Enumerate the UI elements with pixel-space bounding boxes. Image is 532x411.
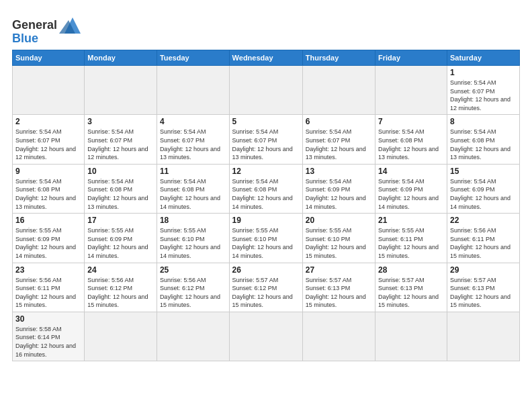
calendar-cell (229, 66, 302, 115)
calendar-cell (229, 312, 302, 361)
calendar-cell: 13Sunrise: 5:54 AM Sunset: 6:09 PM Dayli… (302, 164, 375, 213)
calendar-week-1: 1Sunrise: 5:54 AM Sunset: 6:07 PM Daylig… (13, 66, 520, 115)
day-number: 11 (160, 167, 226, 176)
day-number: 17 (87, 216, 154, 225)
day-number: 20 (306, 216, 372, 225)
day-number: 26 (232, 265, 300, 275)
calendar-cell: 15Sunrise: 5:54 AM Sunset: 6:09 PM Dayli… (447, 164, 519, 213)
day-info: Sunrise: 5:54 AM Sunset: 6:07 PM Dayligh… (87, 128, 154, 161)
calendar-cell: 5Sunrise: 5:54 AM Sunset: 6:07 PM Daylig… (229, 115, 302, 164)
day-number: 28 (378, 265, 444, 275)
day-number: 14 (378, 167, 444, 176)
day-number: 29 (450, 265, 517, 275)
calendar-cell (157, 66, 229, 115)
day-number: 10 (87, 167, 154, 176)
calendar-cell: 1Sunrise: 5:54 AM Sunset: 6:07 PM Daylig… (447, 66, 519, 115)
calendar-cell: 27Sunrise: 5:57 AM Sunset: 6:13 PM Dayli… (302, 263, 375, 312)
day-info: Sunrise: 5:56 AM Sunset: 6:11 PM Dayligh… (15, 276, 81, 310)
calendar-cell: 21Sunrise: 5:55 AM Sunset: 6:11 PM Dayli… (375, 214, 447, 263)
calendar-cell: 18Sunrise: 5:55 AM Sunset: 6:10 PM Dayli… (157, 214, 229, 263)
day-number: 12 (232, 167, 300, 176)
calendar-cell: 4Sunrise: 5:54 AM Sunset: 6:07 PM Daylig… (157, 115, 229, 164)
calendar-cell: 19Sunrise: 5:55 AM Sunset: 6:10 PM Dayli… (229, 214, 302, 263)
calendar-cell: 30Sunrise: 5:58 AM Sunset: 6:14 PM Dayli… (13, 312, 85, 361)
day-number: 1 (450, 68, 517, 77)
day-info: Sunrise: 5:55 AM Sunset: 6:10 PM Dayligh… (232, 226, 300, 260)
calendar-header-row: Sunday Monday Tuesday Wednesday Thursday… (13, 50, 520, 66)
col-monday: Monday (85, 50, 157, 66)
day-info: Sunrise: 5:57 AM Sunset: 6:13 PM Dayligh… (450, 276, 517, 310)
day-number: 3 (87, 117, 154, 126)
calendar-cell: 24Sunrise: 5:56 AM Sunset: 6:12 PM Dayli… (85, 263, 157, 312)
day-number: 6 (306, 117, 372, 126)
day-info: Sunrise: 5:57 AM Sunset: 6:13 PM Dayligh… (378, 276, 444, 310)
day-number: 22 (450, 216, 517, 225)
day-info: Sunrise: 5:56 AM Sunset: 6:11 PM Dayligh… (450, 226, 517, 260)
day-number: 2 (15, 117, 81, 126)
calendar-week-5: 23Sunrise: 5:56 AM Sunset: 6:11 PM Dayli… (13, 263, 520, 312)
day-info: Sunrise: 5:54 AM Sunset: 6:08 PM Dayligh… (450, 128, 517, 161)
day-number: 21 (378, 216, 444, 225)
calendar-cell: 8Sunrise: 5:54 AM Sunset: 6:08 PM Daylig… (447, 115, 519, 164)
col-sunday: Sunday (13, 50, 85, 66)
day-number: 30 (15, 314, 81, 324)
day-number: 8 (450, 117, 517, 126)
calendar-cell (375, 66, 447, 115)
logo-text-blue: Blue (12, 32, 38, 44)
calendar-week-3: 9Sunrise: 5:54 AM Sunset: 6:08 PM Daylig… (13, 164, 520, 213)
calendar-cell (302, 66, 375, 115)
calendar-cell (85, 312, 157, 361)
day-number: 16 (15, 216, 81, 225)
day-info: Sunrise: 5:54 AM Sunset: 6:09 PM Dayligh… (306, 177, 372, 211)
day-number: 7 (378, 117, 444, 126)
day-info: Sunrise: 5:54 AM Sunset: 6:07 PM Dayligh… (306, 128, 372, 161)
day-info: Sunrise: 5:54 AM Sunset: 6:08 PM Dayligh… (15, 177, 81, 211)
day-number: 19 (232, 216, 300, 225)
day-info: Sunrise: 5:54 AM Sunset: 6:09 PM Dayligh… (450, 177, 517, 211)
day-info: Sunrise: 5:54 AM Sunset: 6:08 PM Dayligh… (378, 128, 444, 161)
calendar-cell: 10Sunrise: 5:54 AM Sunset: 6:08 PM Dayli… (85, 164, 157, 213)
day-info: Sunrise: 5:57 AM Sunset: 6:12 PM Dayligh… (232, 276, 300, 310)
day-info: Sunrise: 5:55 AM Sunset: 6:10 PM Dayligh… (160, 226, 226, 260)
calendar-week-6: 30Sunrise: 5:58 AM Sunset: 6:14 PM Dayli… (13, 312, 520, 361)
calendar-cell: 22Sunrise: 5:56 AM Sunset: 6:11 PM Dayli… (447, 214, 519, 263)
calendar-cell: 17Sunrise: 5:55 AM Sunset: 6:09 PM Dayli… (85, 214, 157, 263)
calendar-cell: 25Sunrise: 5:56 AM Sunset: 6:12 PM Dayli… (157, 263, 229, 312)
calendar-cell: 26Sunrise: 5:57 AM Sunset: 6:12 PM Dayli… (229, 263, 302, 312)
day-number: 18 (160, 216, 226, 225)
calendar-cell: 28Sunrise: 5:57 AM Sunset: 6:13 PM Dayli… (375, 263, 447, 312)
day-number: 23 (15, 265, 81, 275)
calendar-cell (85, 66, 157, 115)
calendar-week-2: 2Sunrise: 5:54 AM Sunset: 6:07 PM Daylig… (13, 115, 520, 164)
logo-icon (59, 15, 86, 35)
day-info: Sunrise: 5:54 AM Sunset: 6:08 PM Dayligh… (87, 177, 154, 211)
logo-text-general: General (12, 19, 57, 31)
day-number: 4 (160, 117, 226, 126)
calendar-cell (302, 312, 375, 361)
day-info: Sunrise: 5:54 AM Sunset: 6:07 PM Dayligh… (232, 128, 300, 161)
calendar-week-4: 16Sunrise: 5:55 AM Sunset: 6:09 PM Dayli… (13, 214, 520, 263)
day-number: 27 (306, 265, 372, 275)
calendar-cell (447, 312, 519, 361)
calendar-cell: 2Sunrise: 5:54 AM Sunset: 6:07 PM Daylig… (13, 115, 85, 164)
day-info: Sunrise: 5:57 AM Sunset: 6:13 PM Dayligh… (306, 276, 372, 310)
day-info: Sunrise: 5:55 AM Sunset: 6:11 PM Dayligh… (378, 226, 444, 260)
day-info: Sunrise: 5:54 AM Sunset: 6:07 PM Dayligh… (450, 79, 517, 112)
day-info: Sunrise: 5:54 AM Sunset: 6:08 PM Dayligh… (232, 177, 300, 211)
calendar-cell: 20Sunrise: 5:55 AM Sunset: 6:10 PM Dayli… (302, 214, 375, 263)
day-number: 25 (160, 265, 226, 275)
day-number: 5 (232, 117, 300, 126)
calendar: Sunday Monday Tuesday Wednesday Thursday… (12, 50, 520, 361)
calendar-cell: 23Sunrise: 5:56 AM Sunset: 6:11 PM Dayli… (13, 263, 85, 312)
calendar-cell (13, 66, 85, 115)
day-info: Sunrise: 5:58 AM Sunset: 6:14 PM Dayligh… (15, 325, 81, 359)
calendar-cell (157, 312, 229, 361)
calendar-cell: 7Sunrise: 5:54 AM Sunset: 6:08 PM Daylig… (375, 115, 447, 164)
calendar-cell (375, 312, 447, 361)
day-info: Sunrise: 5:54 AM Sunset: 6:07 PM Dayligh… (160, 128, 226, 161)
day-info: Sunrise: 5:54 AM Sunset: 6:07 PM Dayligh… (15, 128, 81, 161)
calendar-cell: 3Sunrise: 5:54 AM Sunset: 6:07 PM Daylig… (85, 115, 157, 164)
col-saturday: Saturday (447, 50, 519, 66)
calendar-cell: 11Sunrise: 5:54 AM Sunset: 6:08 PM Dayli… (157, 164, 229, 213)
day-number: 15 (450, 167, 517, 176)
